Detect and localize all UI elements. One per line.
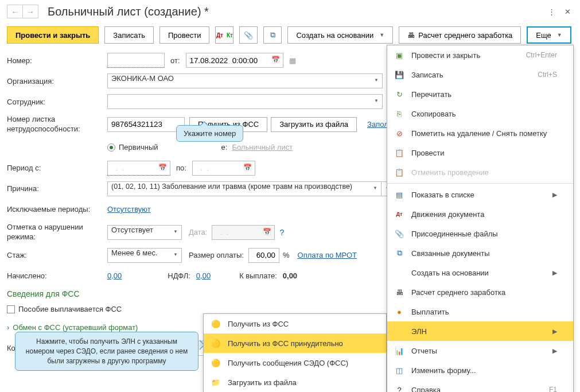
menu-attachments[interactable]: 📎 Присоединенные файлы (387, 224, 573, 243)
coin-icon: ● (394, 306, 404, 317)
menu-separator (387, 183, 573, 184)
linked-docs-icon: ⧉ (394, 248, 404, 258)
radio-primary[interactable]: Первичный (107, 143, 158, 152)
menu-get-sedo[interactable]: 🟡 Получить сообщения СЭДО (ФСС) (204, 353, 386, 372)
menu-post-close[interactable]: ▣ Провести и закрыть Ctrl+Enter (387, 45, 573, 65)
menu-get-fss[interactable]: 🟡 Получить из ФСС (204, 314, 386, 333)
menu-eln[interactable]: ЭЛН ▶ (387, 321, 573, 341)
save-button[interactable]: Записать (104, 26, 154, 44)
folder-icon: 📁 (211, 377, 221, 387)
help-icon: ? (394, 385, 404, 392)
chevron-right-icon[interactable]: › (7, 323, 9, 332)
exp-label: Стаж: (7, 251, 107, 259)
menu-calc-avg[interactable]: 🖶 Расчет среднего заработка (387, 282, 573, 302)
menu-mark-delete[interactable]: ⊘ Пометить на удаление / Снять пометку (387, 123, 573, 143)
struct-button[interactable]: ⧉ (263, 26, 282, 44)
help-icon[interactable]: ? (279, 228, 284, 237)
payout-label: К выплате: (239, 271, 277, 280)
menu-linked[interactable]: ⧉ Связанные документы (387, 243, 573, 263)
dtkt-icon: Дт (394, 209, 404, 219)
calendar-icon[interactable]: 📅 (271, 56, 280, 64)
cert-number-input[interactable] (107, 117, 185, 132)
excl-link[interactable]: Отсутствуют (107, 205, 151, 214)
tooltip-enter-number: Укажите номер (176, 125, 243, 142)
viol-date-label: Дата: (189, 228, 207, 236)
nav-back-button[interactable]: ← (7, 5, 23, 18)
ndfl-label: НДФЛ: (168, 271, 190, 280)
blank-icon (394, 326, 404, 336)
form-icon: ◫ (394, 365, 404, 375)
fss-checkbox[interactable] (7, 305, 15, 313)
calendar-icon: 📅 (263, 228, 271, 236)
close-icon[interactable]: ✕ (562, 6, 573, 17)
pay-size-input[interactable] (248, 248, 279, 263)
fss-checkbox-label: Пособие выплачивается ФСС (18, 305, 122, 313)
doc-icon[interactable]: ▦ (289, 56, 296, 65)
kebab-icon[interactable]: ⋮ (546, 6, 557, 17)
window-header: ← → Больничный лист (создание) * ⋮ ✕ (0, 0, 580, 23)
page-title: Больничный лист (создание) * (48, 5, 541, 18)
mrot-link[interactable]: Оплата по МРОТ (298, 251, 357, 259)
cert-label: Номер листканетрудоспособности: (7, 115, 107, 134)
menu-reports[interactable]: 📊 Отчеты ▶ (387, 341, 573, 360)
exp-select[interactable]: Менее 6 мес. (107, 248, 182, 263)
load-file-button[interactable]: Загрузить из файла (271, 117, 357, 132)
blank-icon (394, 267, 404, 278)
refresh-icon: ↻ (394, 89, 404, 99)
eln-submenu: 🟡 Получить из ФСС 🟡 Получить из ФСС прин… (203, 313, 387, 392)
paperclip-icon: 📎 (394, 228, 404, 239)
menu-create-based[interactable]: Создать на основании ▶ (387, 263, 573, 282)
create-based-button[interactable]: Создать на основании▼ (287, 26, 393, 44)
number-input[interactable] (107, 53, 165, 68)
menu-movements[interactable]: Дт Движения документа (387, 204, 573, 224)
calc-avg-button[interactable]: 🖶Расчет среднего заработка (399, 26, 521, 44)
accrued-label: Начислено: (7, 271, 107, 280)
menu-change-form[interactable]: ◫ Изменить форму... (387, 360, 573, 380)
pay-size-label: Размер оплаты: (189, 251, 244, 259)
emp-select[interactable] (107, 94, 383, 109)
chevron-right-icon: ▶ (552, 191, 557, 199)
payout-value: 0,00 (283, 271, 297, 280)
radio-dot-icon (107, 143, 115, 152)
accrued-link[interactable]: 0,00 (107, 271, 122, 280)
reason-label: Причина: (7, 184, 107, 193)
menu-post[interactable]: 📋 Провести (387, 143, 573, 162)
menu-get-fss-force[interactable]: 🟡 Получить из ФСС принудительно (204, 333, 386, 353)
menu-copy[interactable]: ⎘ Скопировать (387, 104, 573, 123)
sick-leave-link[interactable]: Больничный лист (232, 143, 293, 152)
period-to-label: по: (176, 164, 186, 172)
reason-select[interactable]: (01, 02, 10, 11) Заболевание или травма … (107, 181, 382, 196)
chevron-right-icon: ▶ (552, 269, 557, 277)
chevron-right-icon: ▶ (552, 328, 557, 335)
menu-load-file[interactable]: 📁 Загрузить из файла (204, 372, 386, 392)
menu-help[interactable]: ? Справка F1 (387, 380, 573, 392)
calendar-icon[interactable]: 📅 (243, 164, 252, 172)
menu-show-in-list[interactable]: ▤ Показать в списке ▶ (387, 185, 573, 204)
print-icon: 🖶 (407, 31, 415, 40)
struct-icon: ⧉ (270, 30, 275, 40)
pct-label: % (283, 251, 290, 259)
date-input[interactable] (186, 53, 283, 68)
menu-save[interactable]: 💾 Записать Ctrl+S (387, 65, 573, 84)
excl-label: Исключаемые периоды: (7, 205, 107, 214)
org-select[interactable]: ЭКОНИКА-М ОАО (107, 73, 383, 88)
dtkt-button[interactable]: ДтКт (215, 26, 233, 44)
report-icon: 📊 (394, 346, 404, 356)
post-and-close-button[interactable]: Провести и закрыть (7, 26, 99, 44)
org-label: Организация: (7, 77, 107, 86)
more-button[interactable]: Еще▼ (527, 26, 571, 44)
from-label: от: (170, 56, 180, 65)
calendar-icon[interactable]: 📅 (158, 164, 167, 172)
doc-check-icon: ▣ (394, 50, 404, 60)
menu-pay[interactable]: ● Выплатить (387, 302, 573, 321)
period-label: Период с: (7, 164, 107, 172)
nav-forward-button[interactable]: → (22, 5, 38, 18)
attach-button[interactable]: 📎 (239, 26, 258, 44)
fss-exchange-link[interactable]: Обмен с ФСС (устаревший формат) (13, 323, 138, 332)
fss-icon: 🟡 (211, 358, 221, 368)
post-icon: 📋 (394, 148, 404, 158)
menu-reread[interactable]: ↻ Перечитать (387, 84, 573, 104)
post-button[interactable]: Провести (159, 26, 210, 44)
ndfl-link[interactable]: 0,00 (196, 271, 211, 280)
viol-select[interactable]: Отсутствует (107, 225, 182, 240)
